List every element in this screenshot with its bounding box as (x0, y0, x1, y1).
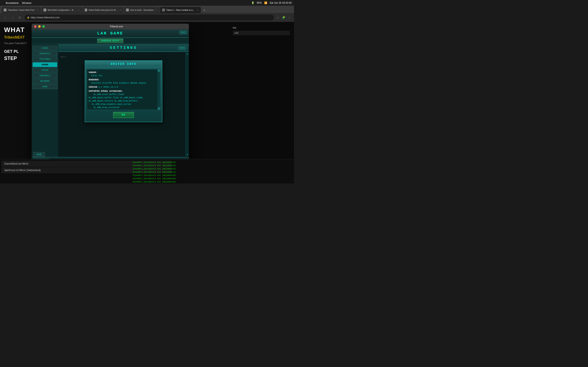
dialog-scrollbar[interactable]: ▲ ▼ (158, 69, 160, 110)
app-name[interactable]: Boxedwine (6, 1, 19, 4)
clock: Sat Jun 26 18:43:40 (270, 1, 292, 4)
tab-5-active[interactable]: Tribes 2 – Team combat on an... × (160, 7, 201, 13)
address-bar[interactable]: 🔒 https://www.tribesnext.com (25, 15, 274, 20)
game-button[interactable]: GAME (33, 84, 57, 89)
tab-2[interactable]: Web Build Configuration – Box... × (42, 7, 82, 13)
tab-favicon-1 (4, 8, 7, 11)
terminal-line-4: boxeddrv_SetCapture not implemented (133, 171, 292, 174)
voice-button[interactable]: VOICE (33, 68, 57, 73)
window-title: Tribes2.exe (46, 25, 186, 28)
tab-close-1[interactable]: × (36, 8, 39, 11)
tab-close-5[interactable]: × (196, 8, 199, 11)
dialog-title: DRIVER INFO (87, 62, 159, 66)
back-button[interactable]: ‹ (2, 15, 8, 20)
version-label: VERSION (89, 86, 97, 88)
tab-label-5: Tribes 2 – Team combat on an... (166, 9, 195, 11)
extensions-section: SUPPORTED OPENGL EXTENSIONS: GL_ARB_colo… (89, 90, 156, 109)
dialog-content: VENDOR: Intel Inc. RENDERER: Intel(R) Ir… (85, 67, 162, 122)
settings-header: SETTINGS (58, 44, 189, 52)
new-tab-button[interactable]: + (201, 7, 207, 13)
warrior-bar: WARRIOR SETUP (32, 38, 189, 44)
version-section: VERSION 2.1 INTEL-16.4.5 (89, 86, 156, 89)
dialog-scroll-up[interactable]: ▲ (158, 69, 160, 72)
dialog-scroll-area[interactable]: VENDOR: Intel Inc. RENDERER: Intel(R) Ir… (87, 69, 160, 110)
game-area: LAN GAME ESC WARRIOR SETUP VIDEO GRAPHIC… (32, 29, 189, 166)
page-content: WHAT TribesNEXT The patch TribesNEXT GET… (0, 22, 294, 184)
dialog-titlebar: DRIVER INFO (85, 61, 162, 67)
driver-info-button[interactable]: INFO (178, 47, 186, 50)
ssl-lock-icon: 🔒 (27, 16, 29, 18)
ok-button[interactable]: OK (113, 112, 134, 118)
extensions-label: SUPPORTED OPENGL EXTENSIONS: (89, 90, 123, 92)
tab-label-3: Github Build instructions for MacOS... (88, 9, 118, 11)
tab-3[interactable]: Github Build instructions for MacOS... × (83, 7, 123, 13)
terminal-output: boxeddrv_SetCapture not implemented boxe… (133, 161, 292, 182)
website-background: WHAT TribesNEXT The patch TribesNEXT GET… (0, 22, 294, 184)
settings-scrollbar[interactable]: ▲ ▼ (186, 52, 189, 156)
scroll-down-arrow[interactable]: ▼ (186, 154, 189, 156)
textures-button[interactable]: TEXTURES (33, 57, 57, 62)
tab-close-4[interactable]: × (155, 8, 158, 11)
scroll-up-arrow[interactable]: ▲ (186, 53, 189, 55)
lan-game-title: LAN GAME (33, 31, 187, 36)
version-value: 2.1 INTEL-16.4.5 (98, 86, 118, 88)
settings-title: SETTINGS (60, 46, 187, 50)
settings-area: VIDEO GRAPHICS TEXTURES SOUND VOICE CONT… (32, 44, 189, 164)
wifi-icon: 📶 (264, 1, 267, 4)
done-button[interactable]: DONE (33, 152, 45, 157)
browser-toolbar: ‹ › ↻ 🔒 https://www.tribesnext.com ☆ 🧩 ⋮ (0, 13, 294, 22)
extension-5: GL_ARB_draw_instanced (89, 106, 156, 109)
warrior-setup-button[interactable]: WARRIOR SETUP (97, 39, 123, 43)
extensions-icon[interactable]: 🧩 (281, 15, 286, 20)
minimize-traffic-light[interactable] (38, 25, 41, 28)
renderer-label: RENDERER: (89, 79, 100, 81)
dialog-scroll-thumb[interactable] (158, 72, 160, 107)
dialog-ok-area: OK (87, 110, 160, 120)
scroll-content: VENDOR: Intel Inc. RENDERER: Intel(R) Ir… (89, 71, 156, 109)
vendor-value: Intel Inc. (89, 75, 103, 77)
dialog-scroll-down[interactable]: ▼ (158, 107, 160, 110)
refresh-button[interactable]: ↻ (17, 15, 23, 20)
extension-2: GL_ARB_depth_buffer_float GL_ARB_depth_c… (89, 96, 156, 100)
driver-info-dialog: DRIVER INFO VENDOR: Intel Inc. (85, 60, 162, 122)
done-area: DONE (33, 152, 45, 157)
ies-text: ies. (233, 26, 290, 29)
vendor-label: VENDOR: (89, 71, 97, 74)
tab-label-2: Web Build Configuration – Box... (48, 9, 76, 11)
menu-window[interactable]: Window (22, 1, 31, 4)
forward-button[interactable]: › (10, 15, 16, 20)
sound-button[interactable]: SOUND (33, 62, 57, 67)
terminal-area: GameStand.net Mirror SpinFusor.ch Mirror… (0, 159, 294, 184)
terminal-line-2: boxeddrv_SetCapture not implemented (133, 164, 292, 167)
menu-icon[interactable]: ⋮ (287, 15, 292, 20)
browser: TribesNext / Game Web Port / × Web Build… (0, 6, 294, 184)
terminal-line-1: boxeddrv_SetCapture not implemented (133, 161, 292, 164)
maximize-traffic-light[interactable] (42, 25, 45, 28)
settings-body: Warn... (58, 52, 189, 60)
vendor-section: VENDOR: Intel Inc. (89, 71, 156, 77)
controls-button[interactable]: CONTROLS (33, 73, 57, 78)
graphics-button[interactable]: GRAPHICS (33, 51, 57, 56)
video-button[interactable]: VIDEO (33, 46, 57, 50)
bookmark-icon[interactable]: ☆ (276, 15, 280, 20)
tab-4[interactable]: How to build – Boxedwine × (124, 7, 160, 13)
url-text: https://www.tribesnext.com (31, 16, 60, 19)
close-traffic-light[interactable] (34, 25, 36, 28)
tab-1[interactable]: TribesNext / Game Web Port / × (2, 7, 41, 13)
terminal-line-6: boxeddrv_SetCapture not implemented (133, 177, 292, 180)
menubar: Boxedwine Window 🔋 85% 📶 Sat Jun 26 18:4… (0, 0, 294, 6)
renderer-value: Intel(R) Iris(TM) Plus Graphics OpenGL E… (89, 82, 146, 84)
boxedwine-window: Tribes2.exe LAN GAME ESC WARRIOR SETUP (32, 24, 189, 169)
menubar-left: Boxedwine Window (2, 1, 31, 4)
tab-label-1: TribesNext / Game Web Port / (8, 9, 35, 11)
tab-close-2[interactable]: × (78, 8, 80, 11)
settings-content: SETTINGS Warn... INFO (58, 44, 189, 164)
warning-text: Warn... (61, 56, 69, 58)
tab-bar: TribesNext / Game Web Port / × Web Build… (0, 6, 294, 13)
tab-close-3[interactable]: × (119, 8, 121, 11)
lan-game-header: LAN GAME ESC (32, 29, 189, 38)
x40-text: x40 (233, 31, 290, 35)
network-button[interactable]: NETWORK (33, 79, 57, 83)
terminal-line-7: boxeddrv_SetCapture not implemented (133, 180, 292, 184)
esc-button[interactable]: ESC (180, 31, 187, 34)
